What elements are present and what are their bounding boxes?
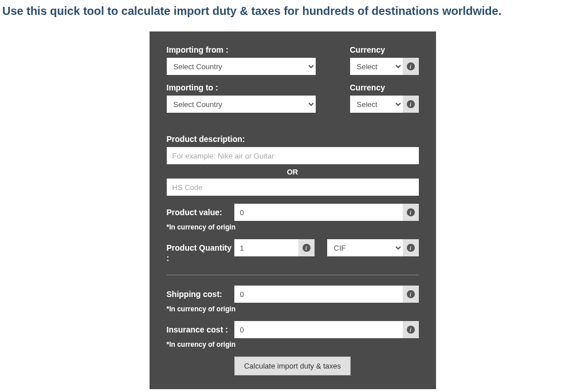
hs-code-input[interactable] (167, 179, 419, 196)
shipping-cost-hint: *In currency of origin (167, 305, 419, 313)
product-value-input[interactable] (234, 204, 403, 221)
info-icon: i (303, 244, 311, 252)
product-quantity-label: Product Quantity : (167, 239, 234, 263)
calculate-button[interactable]: Calculate import duty & taxes (234, 357, 351, 375)
or-divider: OR (167, 168, 419, 176)
importing-from-label: Importing from : (167, 45, 316, 54)
product-quantity-info-button[interactable]: i (299, 239, 315, 256)
row-importing-from: Importing from : Select Country Currency… (167, 45, 419, 75)
row-importing-to: Importing to : Select Country Currency S… (167, 83, 419, 113)
product-value-info-button[interactable]: i (403, 204, 419, 221)
importing-to-label: Importing to : (167, 83, 316, 92)
product-description-label: Product description: (167, 134, 419, 144)
product-value-hint: *In currency of origin (167, 223, 419, 231)
insurance-cost-input[interactable] (234, 321, 403, 338)
info-icon: i (407, 326, 415, 334)
insurance-cost-hint: *In currency of origin (167, 340, 419, 349)
currency-to-label: Currency (350, 83, 419, 92)
product-value-label: Product value: (167, 204, 234, 217)
shipping-term-select[interactable]: CIF (327, 239, 403, 256)
shipping-cost-label: Shipping cost: (167, 286, 234, 299)
shipping-cost-input[interactable] (234, 286, 403, 303)
info-icon: i (407, 290, 415, 298)
info-icon: i (407, 208, 415, 216)
currency-to-select[interactable]: Select (350, 96, 403, 113)
currency-from-info-button[interactable]: i (403, 58, 419, 75)
calculator-panel: Importing from : Select Country Currency… (150, 31, 436, 389)
currency-from-select[interactable]: Select (350, 58, 403, 75)
shipping-term-info-button[interactable]: i (403, 239, 419, 256)
currency-to-info-button[interactable]: i (403, 96, 419, 113)
importing-to-select[interactable]: Select Country (167, 96, 316, 113)
insurance-cost-info-button[interactable]: i (403, 321, 419, 338)
shipping-cost-info-button[interactable]: i (403, 286, 419, 303)
info-icon: i (407, 100, 415, 108)
divider (167, 275, 419, 275)
info-icon: i (407, 62, 415, 70)
product-description-input[interactable] (167, 147, 419, 164)
page-headline: Use this quick tool to calculate import … (0, 0, 585, 31)
product-quantity-input[interactable] (234, 239, 299, 256)
info-icon: i (407, 244, 415, 252)
currency-from-label: Currency (350, 45, 419, 54)
importing-from-select[interactable]: Select Country (167, 58, 316, 75)
insurance-cost-label: Insurance cost : (167, 321, 234, 335)
